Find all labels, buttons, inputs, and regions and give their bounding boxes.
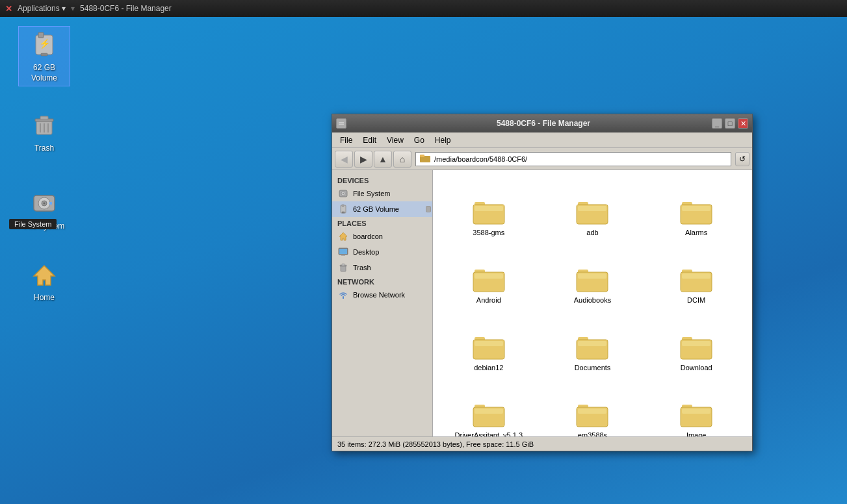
sidebar-item-trash[interactable]: Trash: [332, 260, 432, 275]
file-item-label: Download: [681, 363, 712, 372]
file-item[interactable]: Android: [438, 243, 540, 308]
file-item-label: DriverAssitant_v5.1 3: [455, 431, 523, 436]
sidebar: DEVICES File System: [332, 170, 433, 436]
sidebar-devices-header: DEVICES: [332, 174, 432, 186]
back-btn[interactable]: ◀: [335, 151, 353, 168]
toolbar: ◀ ▶ ▲ ⌂ /media/boardcon/5488-0CF6/ ↺: [332, 148, 752, 170]
svg-rect-63: [475, 409, 503, 414]
filesystem-icon: [29, 188, 60, 219]
sidebar-trash-label: Trash: [353, 264, 371, 271]
file-item-label: em3588s: [578, 431, 607, 436]
file-item[interactable]: Audiobooks: [542, 243, 644, 308]
content-area: DEVICES File System: [332, 170, 752, 436]
sidebar-desktop-label: Desktop: [353, 248, 379, 256]
desktop-icon-trash[interactable]: Trash: [18, 107, 70, 157]
taskbar-apps[interactable]: Applications ▾: [18, 4, 66, 13]
forward-btn[interactable]: ▶: [354, 151, 372, 168]
sidebar-item-filesystem[interactable]: File System: [332, 186, 432, 201]
svg-rect-42: [682, 206, 710, 211]
svg-rect-19: [420, 155, 424, 157]
file-item-label: Audiobooks: [574, 296, 612, 305]
svg-marker-26: [339, 233, 347, 240]
svg-rect-30: [341, 266, 346, 271]
menu-view[interactable]: View: [382, 134, 409, 146]
svg-marker-15: [34, 266, 55, 285]
sidebar-network-icon: [337, 289, 349, 301]
folder-icon: [575, 259, 609, 293]
home-label: Home: [34, 293, 55, 303]
taskbar-x: ✕: [5, 4, 12, 14]
file-grid: 3588-gmsadbAlarmsAndroidAudiobooksDCIMde…: [433, 170, 752, 436]
svg-rect-3: [41, 53, 47, 56]
file-item-label: DCIM: [687, 296, 705, 305]
desktop-icon-home[interactable]: Home: [18, 257, 70, 306]
file-item[interactable]: Documents: [542, 310, 644, 375]
sidebar-item-desktop[interactable]: Desktop: [332, 244, 432, 260]
window-close-btn[interactable]: ✕: [738, 118, 748, 129]
svg-rect-36: [475, 206, 503, 211]
taskbar-sep: ▾: [71, 4, 75, 13]
file-item[interactable]: debian12: [438, 310, 540, 375]
svg-rect-69: [682, 409, 710, 414]
file-item[interactable]: DriverAssitant_v5.1 3: [438, 378, 540, 436]
sidebar-item-volume[interactable]: 62 GB Volume: [332, 201, 432, 217]
file-item[interactable]: adb: [542, 175, 644, 240]
svg-rect-51: [682, 273, 710, 279]
file-item-label: debian12: [474, 363, 503, 372]
window-minimize-btn[interactable]: _: [712, 118, 722, 129]
sidebar-desktop-icon: [337, 246, 349, 258]
menu-file[interactable]: File: [335, 134, 358, 146]
window-menu-btn[interactable]: [336, 118, 346, 129]
svg-point-33: [343, 297, 344, 299]
svg-rect-54: [475, 341, 503, 346]
file-manager-window: 5488-0CF6 - File Manager _ □ ✕ File Edit…: [332, 114, 753, 451]
sidebar-filesystem-label: File System: [353, 190, 390, 197]
file-item-label: Alarms: [685, 228, 707, 237]
folder-icon: [472, 192, 506, 225]
file-item[interactable]: 3588-gms: [438, 175, 540, 240]
file-item-label: Image: [686, 431, 707, 436]
svg-point-22: [343, 193, 344, 194]
svg-rect-6: [40, 116, 48, 120]
desktop-icon-usb-volume[interactable]: ⚡ 62 GB Volume: [18, 26, 70, 86]
sidebar-item-browse-network[interactable]: Browse Network: [332, 287, 432, 303]
menu-help[interactable]: Help: [430, 134, 456, 146]
status-bar: 35 items: 272.3 MiB (285552013 bytes), F…: [332, 436, 752, 451]
menu-go[interactable]: Go: [409, 134, 430, 146]
folder-icon: [575, 394, 609, 428]
svg-rect-60: [682, 341, 710, 346]
file-item-label: adb: [586, 228, 598, 237]
home-nav-btn[interactable]: ⌂: [393, 151, 411, 168]
refresh-btn[interactable]: ↺: [735, 152, 749, 166]
up-btn[interactable]: ▲: [374, 151, 392, 168]
trash-icon: [29, 110, 60, 141]
svg-rect-29: [341, 255, 345, 256]
folder-icon: [472, 394, 506, 428]
folder-icon: [472, 259, 506, 293]
svg-rect-66: [578, 409, 606, 414]
home-icon: [29, 259, 60, 290]
file-item-label: 3588-gms: [473, 228, 504, 237]
svg-rect-39: [578, 206, 606, 211]
window-controls: _ □ ✕: [712, 118, 748, 129]
file-item[interactable]: Alarms: [645, 175, 747, 240]
svg-rect-45: [475, 273, 503, 279]
file-item[interactable]: em3588s: [542, 378, 644, 436]
window-maximize-btn[interactable]: □: [725, 118, 735, 129]
sidebar-item-boardcon[interactable]: boardcon: [332, 229, 432, 244]
folder-icon: [679, 327, 713, 360]
svg-rect-24: [342, 205, 344, 207]
file-item[interactable]: Download: [645, 310, 747, 375]
svg-rect-14: [49, 202, 52, 205]
folder-icon: [575, 192, 609, 225]
file-item[interactable]: DCIM: [645, 243, 747, 308]
sidebar-trash-icon: [337, 262, 349, 273]
usb-volume-label: 62 GB Volume: [31, 63, 57, 83]
menu-edit[interactable]: Edit: [358, 134, 382, 146]
window-titlebar: 5488-0CF6 - File Manager _ □ ✕: [332, 114, 752, 132]
folder-icon: [575, 327, 609, 360]
usb-volume-icon: ⚡: [29, 29, 60, 60]
taskbar-window-title[interactable]: 5488-0CF6 - File Manager: [80, 4, 172, 13]
address-folder-icon: [420, 153, 432, 165]
file-item[interactable]: Image: [645, 378, 747, 436]
